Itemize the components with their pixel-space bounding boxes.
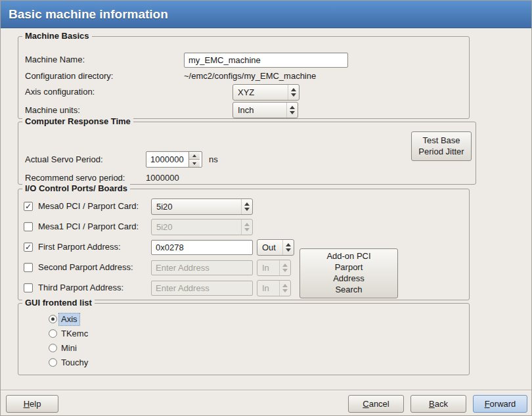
check-icon: ✓ xyxy=(25,202,32,210)
config-dir-label: Configuration directory: xyxy=(25,71,113,81)
forward-button[interactable]: Forward xyxy=(473,395,527,413)
third-parport-address-input[interactable] xyxy=(151,281,253,296)
machine-units-value: Inch xyxy=(238,105,286,115)
help-button[interactable]: Help xyxy=(6,395,58,413)
page-header: Basic machine information xyxy=(1,1,531,28)
mesa1-label: Mesa1 PCI / Parport Card: xyxy=(38,221,139,232)
addon-pci-parport-search-button[interactable]: Add-on PCI Parport Address Search xyxy=(299,248,398,298)
machine-name-label: Machine Name: xyxy=(25,55,85,65)
first-parport-address-input[interactable] xyxy=(151,240,253,255)
radio-mini[interactable] xyxy=(49,344,57,352)
footer-separator xyxy=(1,390,531,391)
gui-frontend-legend: GUI frontend list xyxy=(22,298,95,308)
gui-frontend-frame: GUI frontend list Axis TKemc Mini Touchy xyxy=(18,303,470,375)
updown-arrow-icon xyxy=(241,199,252,214)
updown-arrow-icon xyxy=(282,240,294,255)
recommend-period-value: 1000000 xyxy=(146,173,179,183)
check-icon: ✓ xyxy=(25,243,32,251)
machine-basics-frame: Machine Basics Machine Name: Configurati… xyxy=(18,36,470,119)
second-parport-address-input[interactable] xyxy=(151,260,253,275)
updown-arrow-icon xyxy=(286,103,298,118)
page-title: Basic machine information xyxy=(9,7,168,22)
servo-period-spinbox[interactable] xyxy=(146,151,202,168)
updown-arrow-icon xyxy=(279,260,290,275)
test-base-period-jitter-button[interactable]: Test Base Period Jitter xyxy=(411,131,472,161)
spin-up-icon[interactable] xyxy=(189,152,200,160)
servo-period-unit: ns xyxy=(209,154,218,165)
first-parport-label: First Parport Address: xyxy=(38,242,121,252)
updown-arrow-icon xyxy=(241,220,252,235)
radio-axis[interactable] xyxy=(49,315,57,323)
second-parport-dir-combo[interactable]: In xyxy=(257,260,291,276)
radio-tkemc[interactable] xyxy=(49,329,57,338)
machine-units-combo[interactable]: Inch xyxy=(233,102,298,118)
spin-buttons xyxy=(188,152,200,167)
radio-mini-label[interactable]: Mini xyxy=(59,342,79,354)
wizard-window: Basic machine information Machine Basics… xyxy=(0,0,532,416)
config-dir-value: ~/emc2/configs/my_EMC_machine xyxy=(184,71,316,81)
mesa1-card-combo[interactable]: 5i20 xyxy=(151,219,253,235)
cancel-button[interactable]: Cancel xyxy=(348,395,404,413)
radio-touchy-label[interactable]: Touchy xyxy=(59,357,90,369)
third-parport-dir-combo[interactable]: In xyxy=(257,280,291,296)
recommend-period-label: Recommend servo period: xyxy=(25,173,125,183)
second-parport-label: Second Parport Address: xyxy=(38,262,133,273)
first-parport-checkbox[interactable]: ✓ xyxy=(24,243,33,252)
mesa1-checkbox[interactable]: ✓ xyxy=(24,222,33,231)
servo-period-label: Actual Servo Period: xyxy=(25,154,103,165)
machine-name-input[interactable] xyxy=(184,53,348,68)
axis-config-label: Axis configuration: xyxy=(25,87,95,97)
machine-basics-legend: Machine Basics xyxy=(22,31,92,41)
radio-touchy[interactable] xyxy=(49,358,57,367)
third-parport-checkbox[interactable]: ✓ xyxy=(24,283,33,292)
updown-arrow-icon xyxy=(288,85,299,100)
axis-config-combo[interactable]: XYZ xyxy=(233,84,299,101)
machine-units-label: Machine units: xyxy=(25,105,80,116)
updown-arrow-icon xyxy=(279,281,290,296)
axis-config-value: XYZ xyxy=(238,87,288,97)
mesa0-label: Mesa0 PCI / Parport Card: xyxy=(38,201,139,212)
response-time-frame: Computer Response Time Actual Servo Peri… xyxy=(18,122,476,185)
third-parport-label: Third Parport Address: xyxy=(38,283,123,293)
back-button[interactable]: Back xyxy=(410,395,466,413)
mesa0-card-combo[interactable]: 5i20 xyxy=(151,198,253,215)
spin-down-icon[interactable] xyxy=(189,160,200,167)
first-parport-dir-combo[interactable]: Out xyxy=(257,239,294,256)
radio-tkemc-label[interactable]: TKemc xyxy=(59,328,90,340)
second-parport-checkbox[interactable]: ✓ xyxy=(24,263,33,272)
servo-period-input[interactable] xyxy=(146,152,188,167)
io-ports-frame: I/O Control Ports/ Boards ✓ Mesa0 PCI / … xyxy=(18,189,470,300)
mesa0-checkbox[interactable]: ✓ xyxy=(24,202,33,211)
io-ports-legend: I/O Control Ports/ Boards xyxy=(22,183,130,193)
response-time-legend: Computer Response Time xyxy=(22,116,133,126)
radio-axis-label[interactable]: Axis xyxy=(59,313,79,325)
